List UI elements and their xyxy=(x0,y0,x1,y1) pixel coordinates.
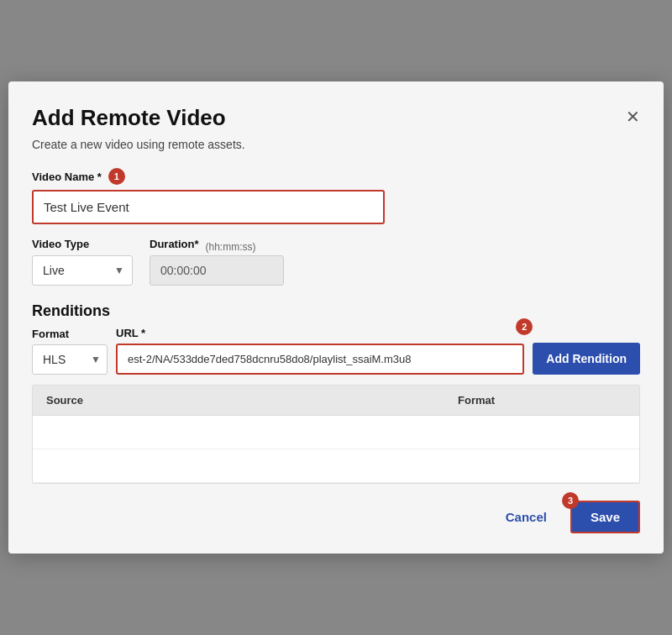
cancel-button[interactable]: Cancel xyxy=(496,503,557,531)
duration-hint: (hh:mm:ss) xyxy=(206,241,256,253)
duration-label: Duration* xyxy=(150,238,199,250)
add-rendition-button[interactable]: Add Rendition xyxy=(533,343,640,375)
video-type-select-wrapper: Live VOD Remote ▼ xyxy=(32,255,133,286)
modal-container: Add Remote Video ✕ Create a new video us… xyxy=(8,81,664,554)
video-type-label: Video Type xyxy=(32,238,133,250)
renditions-title: Renditions xyxy=(32,302,640,320)
duration-input[interactable] xyxy=(150,255,284,286)
rendition-format-group: Format HLS MP4 DASH ▼ xyxy=(32,328,108,375)
video-name-input[interactable] xyxy=(32,190,385,224)
renditions-section: Renditions Format HLS MP4 DASH ▼ xyxy=(32,302,640,484)
save-badge-wrapper: 3 Save xyxy=(570,501,640,533)
url-input[interactable] xyxy=(116,344,524,375)
badge-2-container: 2 xyxy=(516,318,533,335)
renditions-input-row: Format HLS MP4 DASH ▼ 2 UR xyxy=(32,327,640,375)
video-type-select[interactable]: Live VOD Remote xyxy=(32,255,133,286)
format-column-header: Format xyxy=(458,394,626,407)
table-header: Source Format xyxy=(33,386,639,416)
modal-title: Add Remote Video xyxy=(32,105,226,131)
badge-3: 3 xyxy=(562,492,579,509)
source-column-header: Source xyxy=(46,394,458,407)
badge-1: 1 xyxy=(108,168,125,185)
modal-subtitle: Create a new video using remote assets. xyxy=(32,138,640,151)
modal-footer: Cancel 3 Save xyxy=(32,501,640,533)
video-name-section: Video Name * 1 xyxy=(32,168,640,224)
badge-2: 2 xyxy=(516,318,533,335)
video-name-label: Video Name * 1 xyxy=(32,168,640,185)
duration-group: Duration* (hh:mm:ss) xyxy=(150,238,284,286)
table-body xyxy=(33,416,639,483)
save-button[interactable]: Save xyxy=(570,501,640,533)
format-col-label: Format xyxy=(32,328,108,340)
url-col-label: URL * xyxy=(116,327,524,339)
modal-overlay: Add Remote Video ✕ Create a new video us… xyxy=(0,0,672,635)
format-select-wrapper: HLS MP4 DASH ▼ xyxy=(32,344,108,375)
video-type-group: Video Type Live VOD Remote ▼ xyxy=(32,238,133,286)
table-row xyxy=(33,449,639,483)
modal-header: Add Remote Video ✕ xyxy=(32,105,640,131)
renditions-table: Source Format xyxy=(32,385,640,484)
type-duration-row: Video Type Live VOD Remote ▼ Duration* (… xyxy=(32,238,640,286)
url-field-group: 2 URL * xyxy=(116,327,524,375)
duration-label-row: Duration* (hh:mm:ss) xyxy=(150,238,284,255)
format-select[interactable]: HLS MP4 DASH xyxy=(32,344,108,375)
close-button[interactable]: ✕ xyxy=(626,108,640,125)
table-row xyxy=(33,416,639,449)
